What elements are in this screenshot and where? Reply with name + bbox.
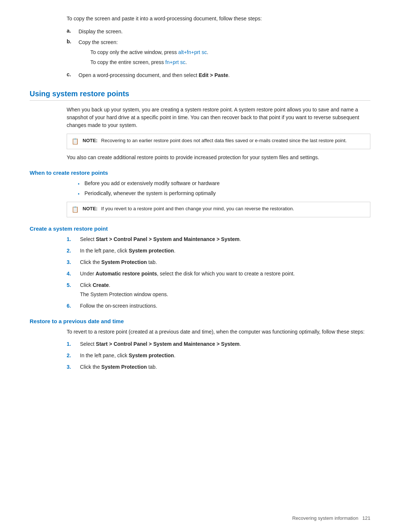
create-step1-before: Select (80, 236, 96, 242)
page-footer: Recovering system information 121 (292, 515, 370, 521)
using-restore-body1: When you back up your system, you are cr… (67, 106, 370, 129)
create-step1-bold: Start > Control Panel > System and Maint… (96, 236, 240, 242)
create-step2-before: In the left pane, click (80, 248, 129, 254)
restore-previous-steps: 1. Select Start > Control Panel > System… (67, 340, 370, 371)
footer-page: 121 (362, 515, 370, 521)
step-b-sub2-text: To copy the entire screen, press (90, 59, 165, 65)
alt-fn-prt-sc-link[interactable]: alt+fn+prt sc (178, 49, 207, 55)
restore-step2-num: 2. (67, 352, 80, 359)
create-step-1: 1. Select Start > Control Panel > System… (67, 235, 370, 243)
bullet-dot-1: ● (78, 182, 84, 186)
step-b-label: b. (67, 39, 79, 68)
create-step4-after: , select the disk for which you want to … (157, 271, 295, 277)
restore-step1-after: . (240, 341, 241, 347)
note2-content: NOTE: If you revert to a restore point a… (83, 205, 294, 213)
intro-text: To copy the screen and paste it into a w… (67, 16, 262, 21)
note1-label: NOTE: (83, 138, 97, 143)
bullet-text-1: Before you add or extensively modify sof… (84, 180, 220, 187)
intro-paragraph: To copy the screen and paste it into a w… (67, 15, 370, 23)
restore-step-3: 3. Click the System Protection tab. (67, 363, 370, 371)
create-step2-after: . (174, 248, 176, 254)
create-step5-num: 5. (67, 281, 80, 289)
restore-step2-before: In the left pane, click (80, 352, 129, 358)
step-b: b. Copy the screen: To copy only the act… (67, 39, 370, 68)
step-c-content: Open a word-processing document, and the… (79, 71, 230, 79)
create-restore-steps: 1. Select Start > Control Panel > System… (67, 235, 370, 310)
create-step3-bold: System Protection (101, 259, 147, 265)
using-restore-heading: Using system restore points (30, 90, 370, 101)
step-a-label: a. (67, 28, 79, 36)
step-c-text-after: . (228, 72, 230, 78)
create-restore-heading: Create a system restore point (30, 225, 370, 232)
note1-text: Recovering to an earlier restore point d… (101, 138, 347, 143)
bullet-item-2: ● Periodically, whenever the system is p… (78, 190, 370, 197)
create-step-2: 2. In the left pane, click System protec… (67, 247, 370, 255)
restore-previous-heading: Restore to a previous date and time (30, 318, 370, 324)
footer-text: Recovering system information (292, 515, 358, 521)
create-step5-before: Click (80, 282, 93, 288)
step-b-text: Copy the screen: (79, 39, 118, 45)
step-c: c. Open a word-processing document, and … (67, 71, 370, 79)
fn-prt-sc-link[interactable]: fn+prt sc (165, 59, 185, 65)
step-b-sublist: To copy only the active window, press al… (90, 48, 208, 66)
create-step3-before: Click the (80, 259, 101, 265)
restore-step1-bold: Start > Control Panel > System and Maint… (96, 341, 240, 347)
create-step3-after: tab. (147, 259, 157, 265)
step-a-text: Display the screen. (79, 28, 123, 36)
restore-step1-num: 1. (67, 340, 80, 348)
restore-step3-num: 3. (67, 363, 80, 371)
bullet-text-2: Periodically, whenever the system is per… (84, 190, 216, 197)
create-step4-before: Under (80, 271, 96, 277)
using-restore-body2: You also can create additional restore p… (67, 154, 370, 161)
create-step-5: 5. Click Create. The System Protection w… (67, 281, 370, 298)
create-step4-bold: Automatic restore points (96, 271, 157, 277)
create-step2-num: 2. (67, 247, 80, 255)
restore-step3-content: Click the System Protection tab. (80, 363, 157, 371)
restore-step-1: 1. Select Start > Control Panel > System… (67, 340, 370, 348)
bullet-item-1: ● Before you add or extensively modify s… (78, 180, 370, 187)
create-step1-content: Select Start > Control Panel > System an… (80, 235, 241, 243)
restore-step2-content: In the left pane, click System protectio… (80, 352, 176, 359)
note2-text: If you revert to a restore point and the… (101, 206, 294, 211)
when-to-create-heading: When to create restore points (30, 170, 370, 176)
note-box-2: 📋 NOTE: If you revert to a restore point… (67, 202, 370, 217)
when-to-create-bullets: ● Before you add or extensively modify s… (78, 180, 370, 197)
note1-content: NOTE: Recovering to an earlier restore p… (83, 137, 347, 144)
step-b-content: Copy the screen: To copy only the active… (79, 39, 208, 68)
note-icon-1: 📋 (71, 137, 80, 146)
create-step4-content: Under Automatic restore points, select t… (80, 270, 295, 278)
step-b-sub2-line: To copy the entire screen, press fn+prt … (90, 58, 208, 66)
step-b-sub1-text: To copy only the active window, press (90, 49, 178, 55)
create-step5-bold: Create (93, 282, 109, 288)
restore-step1-before: Select (80, 341, 96, 347)
create-step-3: 3. Click the System Protection tab. (67, 258, 370, 266)
create-step-4: 4. Under Automatic restore points, selec… (67, 270, 370, 278)
restore-step2-bold: System protection (129, 352, 174, 358)
create-step-6: 6. Follow the on-screen instructions. (67, 302, 370, 310)
create-step2-bold: System protection (129, 248, 174, 254)
create-step1-num: 1. (67, 235, 80, 243)
restore-step1-content: Select Start > Control Panel > System an… (80, 340, 241, 348)
note2-label: NOTE: (83, 206, 97, 211)
bullet-dot-2: ● (78, 192, 84, 196)
create-step5-after: . (109, 282, 110, 288)
create-step5-content: Click Create. (80, 281, 110, 289)
page: To copy the screen and paste it into a w… (0, 0, 400, 532)
restore-previous-body1: To revert to a restore point (created at… (67, 328, 370, 336)
create-step2-content: In the left pane, click System protectio… (80, 247, 176, 255)
restore-step3-before: Click the (80, 364, 101, 370)
step-c-text-bold: Edit > Paste (199, 72, 229, 78)
restore-step3-bold: System Protection (101, 364, 147, 370)
create-step6-num: 6. (67, 302, 80, 310)
create-step4-num: 4. (67, 270, 80, 278)
restore-step2-after: . (174, 352, 176, 358)
create-step5-subnote: The System Protection window opens. (80, 291, 370, 298)
create-step6-content: Follow the on-screen instructions. (80, 302, 157, 310)
create-step3-num: 3. (67, 258, 80, 266)
create-step1-after: . (240, 236, 241, 242)
step-c-text-before: Open a word-processing document, and the… (79, 72, 199, 78)
restore-step-2: 2. In the left pane, click System protec… (67, 352, 370, 359)
step-c-label: c. (67, 71, 79, 79)
step-b-sub1-line: To copy only the active window, press al… (90, 48, 208, 56)
note-icon-2: 📋 (71, 205, 80, 214)
